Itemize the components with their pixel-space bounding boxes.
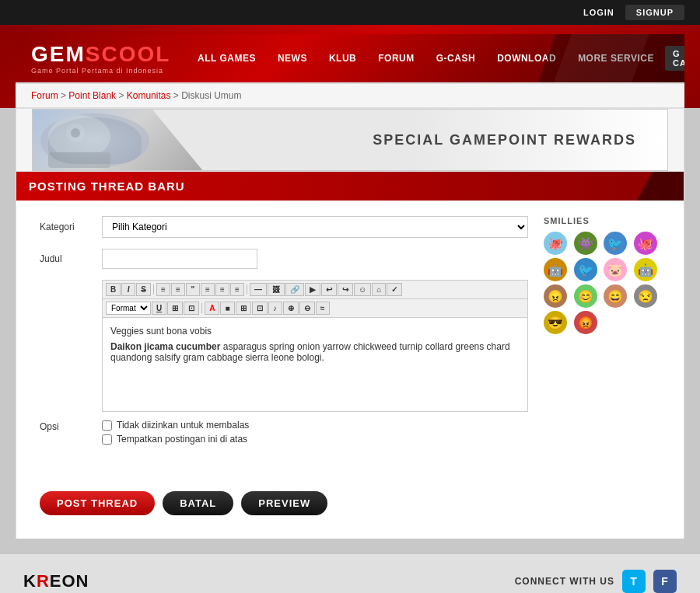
toolbar-format-select[interactable]: Format — [106, 302, 151, 315]
editor-toolbar: B I S ≡ ≡ " ≡ ≡ ≡ — 🖼 🔗 ▶ — [103, 281, 527, 299]
breadcrumb-sep2: > — [118, 90, 126, 101]
option2-checkbox[interactable] — [102, 434, 112, 445]
toolbar-sep1 — [153, 284, 154, 295]
option1-item: Tidak diizinkan untuk membalas — [102, 420, 528, 431]
smiley-9[interactable]: 😠 — [544, 284, 567, 308]
toolbar-italic[interactable]: I — [121, 283, 135, 296]
kategori-row: Kategori Pilih Kategori — [40, 216, 528, 238]
login-button[interactable]: LOGIN — [572, 5, 625, 20]
toolbar-sep3 — [201, 303, 202, 313]
footer: KREON CONNECT WITH US t f Gedung Gandari… — [0, 554, 700, 593]
smiley-13[interactable]: 😎 — [544, 311, 567, 334]
toolbar-align-left[interactable]: ≡ — [201, 283, 215, 296]
judul-row: Judul — [40, 249, 528, 269]
toolbar-bgcolor[interactable]: ■ — [220, 302, 234, 315]
toolbar-source[interactable]: ⌂ — [372, 283, 386, 296]
smiley-11[interactable]: 😄 — [604, 284, 627, 308]
toolbar-sep2 — [247, 284, 247, 295]
nav-all-games[interactable]: ALL GAMES — [187, 48, 267, 68]
breadcrumb-point-blank[interactable]: Point Blank — [68, 90, 116, 101]
toolbar-ol[interactable]: ≡ — [171, 283, 185, 296]
toolbar-undo[interactable]: ↩ — [321, 283, 337, 296]
toolbar-special2[interactable]: ≈ — [316, 302, 330, 315]
banner-title: SPECIAL GAMEPOINT REWARDS — [373, 132, 636, 148]
banner: SPECIAL GAMEPOINT REWARDS — [32, 109, 668, 171]
preview-button[interactable]: PREVIEW — [241, 491, 327, 515]
toolbar-media[interactable]: ▶ — [305, 283, 320, 296]
toolbar-hr[interactable]: — — [250, 283, 267, 296]
signup-button[interactable]: SIGNUP — [625, 5, 684, 20]
toolbar-collapse[interactable]: ⊖ — [299, 302, 315, 315]
editor-row: B I S ≡ ≡ " ≡ ≡ ≡ — 🖼 🔗 ▶ — [40, 280, 528, 412]
toolbar-spell[interactable]: ♪ — [268, 302, 282, 315]
svg-point-3 — [71, 128, 80, 138]
nav-forum[interactable]: FORUM — [367, 48, 425, 68]
nav-klub[interactable]: KLUB — [318, 48, 367, 68]
smiley-4[interactable]: 🐙 — [634, 232, 657, 255]
toolbar-check[interactable]: ✓ — [387, 283, 402, 296]
toolbar-strike[interactable]: S — [136, 283, 151, 296]
toolbar-redo[interactable]: ↪ — [338, 283, 353, 296]
smiley-7[interactable]: 🐷 — [604, 258, 627, 281]
top-bar: LOGIN SIGNUP — [0, 0, 700, 25]
logo-gem: GEM — [31, 42, 86, 66]
toolbar-special1[interactable]: ⊡ — [252, 302, 268, 315]
twitter-icon[interactable]: t — [622, 570, 646, 593]
breadcrumb-diskusi-umum: Diskusi Umum — [181, 90, 241, 101]
breadcrumb-komunitas[interactable]: Komunitas — [127, 90, 171, 101]
toolbar-quote[interactable]: " — [186, 283, 200, 296]
toolbar-underline[interactable]: U — [152, 302, 166, 315]
facebook-icon[interactable]: f — [653, 570, 677, 593]
smiley-6[interactable]: 🐦 — [574, 258, 597, 281]
toolbar-align-right[interactable]: ≡ — [230, 283, 244, 296]
nav-news[interactable]: NEWS — [267, 48, 318, 68]
toolbar-link[interactable]: 🔗 — [285, 283, 304, 296]
toolbar-indent[interactable]: ⊞ — [167, 302, 183, 315]
nav-gcash[interactable]: G-CASH — [425, 48, 486, 68]
editor-text-plain: Veggies sunt bona vobis — [110, 326, 520, 337]
opsi-row: Opsi Tidak diizinkan untuk membalas Temp… — [40, 420, 528, 448]
toolbar-bold[interactable]: B — [106, 283, 121, 296]
button-row: POST THREAD BATAL PREVIEW — [40, 491, 684, 539]
opsi-label: Opsi — [40, 420, 102, 432]
smiley-3[interactable]: 🐦 — [604, 232, 627, 255]
toolbar-ul[interactable]: ≡ — [156, 283, 170, 296]
toolbar-align-center[interactable]: ≡ — [215, 283, 229, 296]
nav-more-service[interactable]: MORE SERVICE — [567, 48, 665, 68]
connect-area: CONNECT WITH US t f — [515, 570, 677, 593]
smiley-1[interactable]: 🐙 — [544, 232, 567, 255]
editor-body[interactable]: Veggies sunt bona vobis Daikon jicama cu… — [103, 318, 527, 411]
gcash-area: G CASH — [665, 46, 684, 71]
toolbar-color[interactable]: A — [205, 302, 219, 315]
breadcrumb-forum[interactable]: Forum — [31, 90, 58, 101]
editor-text-content: Daikon jicama cucumber asparagus spring … — [110, 341, 520, 363]
breadcrumb-sep3: > — [173, 90, 181, 101]
kreon-eon: EON — [50, 571, 89, 591]
smiley-2[interactable]: 👾 — [574, 232, 597, 255]
toolbar-expand[interactable]: ⊕ — [283, 302, 299, 315]
options-list: Tidak diizinkan untuk membalas Tempatkan… — [102, 420, 528, 448]
form-area: Kategori Pilih Kategori Judul B I S — [16, 201, 684, 476]
smiley-14[interactable]: 😡 — [574, 311, 597, 334]
smilies-panel: SMILLIES 🐙 👾 🐦 🐙 🤖 🐦 🐷 🤖 😠 😊 😄 😒 😎 😡 — [544, 216, 660, 452]
smiley-12[interactable]: 😒 — [634, 284, 657, 308]
toolbar-outdent[interactable]: ⊡ — [184, 302, 199, 315]
editor-wrapper: B I S ≡ ≡ " ≡ ≡ ≡ — 🖼 🔗 ▶ — [102, 280, 528, 412]
breadcrumb: Forum > Point Blank > Komunitas > Diskus… — [16, 82, 684, 108]
toolbar-table[interactable]: ⊞ — [236, 302, 251, 315]
judul-input[interactable] — [102, 249, 257, 269]
batal-button[interactable]: BATAL — [163, 491, 233, 515]
post-thread-button[interactable]: POST THREAD — [40, 491, 155, 515]
smiley-5[interactable]: 🤖 — [544, 258, 567, 281]
smiley-8[interactable]: 🤖 — [634, 258, 657, 281]
kategori-select[interactable]: Pilih Kategori — [102, 216, 528, 238]
banner-wrapper: SPECIAL GAMEPOINT REWARDS — [16, 108, 684, 172]
toolbar-img[interactable]: 🖼 — [268, 283, 285, 296]
option1-checkbox[interactable] — [102, 420, 112, 431]
toolbar-smiley[interactable]: ☺ — [354, 283, 371, 296]
kategori-label: Kategori — [40, 222, 102, 232]
nav-download[interactable]: DOWNLOAD — [486, 48, 567, 68]
smiley-10[interactable]: 😊 — [574, 284, 597, 308]
form-left: Kategori Pilih Kategori Judul B I S — [40, 216, 528, 452]
gcash-badge[interactable]: G CASH — [665, 46, 684, 71]
